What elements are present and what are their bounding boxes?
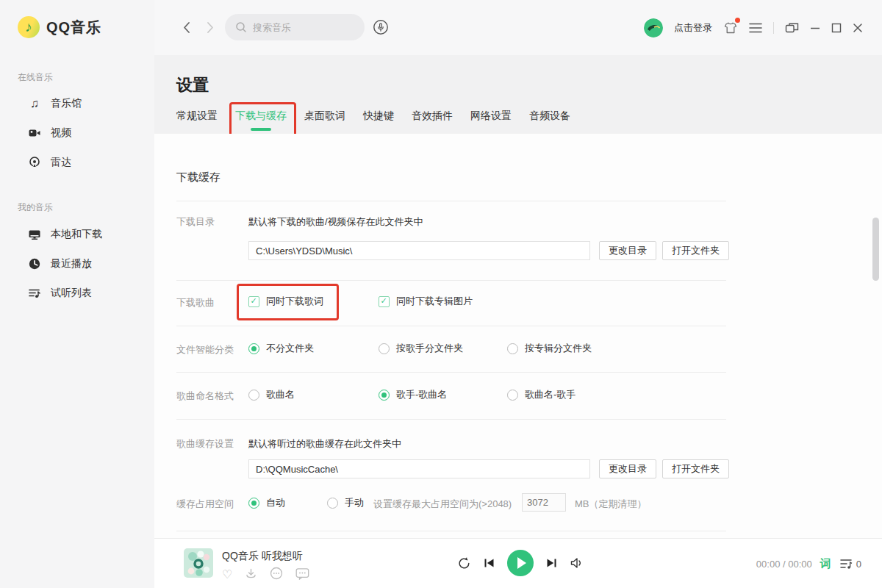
mini-player-icon[interactable]: [785, 22, 799, 34]
lyrics-toggle[interactable]: 词: [820, 557, 831, 571]
comment-icon[interactable]: [295, 567, 309, 582]
cache-dir-input-row: 更改目录 打开文件夹: [154, 459, 882, 478]
radio-no-folder[interactable]: 不分文件夹: [248, 342, 314, 355]
song-recognition-icon[interactable]: [372, 18, 390, 38]
tab-download-cache[interactable]: 下载与缓存: [235, 110, 287, 123]
checkbox-icon[interactable]: [248, 296, 259, 307]
row-label: 文件智能分类: [176, 343, 234, 356]
radio-song-name[interactable]: 歌曲名: [248, 388, 295, 401]
radio-by-album[interactable]: 按专辑分文件夹: [507, 342, 592, 355]
previous-track-icon[interactable]: [483, 557, 495, 569]
cache-dir-desc: 默认将听过的歌曲缓存在此文件夹中: [248, 437, 401, 451]
forward-arrow-icon[interactable]: [206, 21, 215, 36]
active-tab-underline: [251, 128, 271, 131]
sidebar-item-recent-played[interactable]: 最近播放: [0, 249, 154, 279]
radio-artist-song[interactable]: 歌手-歌曲名: [379, 388, 447, 401]
sidebar-item-listen-list[interactable]: 试听列表: [0, 279, 154, 308]
cache-max-input[interactable]: [522, 493, 566, 512]
loop-mode-icon[interactable]: [457, 556, 471, 570]
radio-auto[interactable]: 自动: [248, 496, 285, 509]
play-icon: [517, 557, 526, 569]
radio-icon[interactable]: [248, 498, 259, 509]
download-dir-row: 下载目录 默认将下载的歌曲/视频保存在此文件夹中: [154, 214, 882, 229]
search-input[interactable]: [253, 22, 348, 33]
change-dir-button[interactable]: 更改目录: [599, 241, 656, 260]
cache-space-hint: 设置缓存最大占用空间为(>2048): [373, 498, 512, 511]
music-note-icon: ♫: [28, 97, 41, 110]
login-button[interactable]: 点击登录: [674, 21, 712, 35]
row-label: 歌曲命名格式: [176, 390, 234, 403]
notification-dot: [735, 18, 740, 23]
track-title[interactable]: QQ音乐 听我想听: [222, 550, 303, 563]
radio-icon[interactable]: [507, 390, 518, 401]
next-track-icon[interactable]: [545, 557, 558, 569]
tab-audio-plugins[interactable]: 音效插件: [412, 110, 453, 123]
video-camera-icon: [28, 126, 41, 140]
avatar[interactable]: [644, 18, 663, 37]
back-arrow-icon[interactable]: [182, 21, 191, 36]
volume-icon[interactable]: [570, 556, 584, 570]
cache-dir-input[interactable]: [248, 459, 590, 478]
checkbox-icon[interactable]: [379, 296, 390, 307]
app-logo[interactable]: ♪ QQ音乐: [18, 16, 101, 38]
tab-desktop-lyrics[interactable]: 桌面歌词: [304, 110, 345, 123]
tab-network[interactable]: 网络设置: [470, 110, 512, 123]
scrollbar-thumb[interactable]: [872, 218, 879, 281]
naming-format-row: 歌曲命名格式 歌曲名 歌手-歌曲名 歌曲名-歌手: [154, 388, 882, 403]
sidebar-item-video[interactable]: 视频: [0, 118, 154, 148]
close-icon[interactable]: [853, 23, 863, 33]
play-button[interactable]: [507, 550, 534, 576]
radar-icon: [28, 156, 41, 169]
open-folder-button[interactable]: 打开文件夹: [662, 459, 729, 478]
more-options-icon[interactable]: [270, 567, 283, 582]
player-bar: QQ音乐 听我想听 ♡ 00:00 / 00:00 词 0: [154, 538, 882, 588]
smart-classify-row: 文件智能分类 不分文件夹 按歌手分文件夹 按专辑分文件夹: [154, 342, 882, 356]
play-queue-icon: [839, 558, 853, 570]
radio-by-artist[interactable]: 按歌手分文件夹: [379, 342, 463, 355]
time-display: 00:00 / 00:00: [756, 559, 812, 570]
play-queue-button[interactable]: 0: [839, 558, 861, 570]
maximize-icon[interactable]: [831, 23, 842, 33]
radio-icon[interactable]: [248, 390, 259, 401]
radio-icon[interactable]: [379, 343, 390, 354]
checkbox-download-album-art[interactable]: 同时下载专辑图片: [379, 295, 473, 308]
row-label: 下载歌曲: [176, 296, 215, 309]
like-heart-icon[interactable]: ♡: [222, 569, 232, 581]
divider: [176, 372, 726, 373]
minimize-icon[interactable]: [810, 23, 820, 33]
row-label: 歌曲缓存设置: [176, 437, 234, 451]
change-dir-button[interactable]: 更改目录: [599, 459, 656, 478]
search-icon: [235, 21, 247, 33]
radio-icon[interactable]: [507, 343, 518, 354]
tab-general[interactable]: 常规设置: [176, 110, 218, 123]
tab-hotkeys[interactable]: 快捷键: [363, 110, 394, 123]
download-dir-input[interactable]: [248, 241, 590, 260]
radio-icon[interactable]: [248, 343, 259, 354]
open-folder-button[interactable]: 打开文件夹: [662, 241, 729, 260]
cache-space-row: 缓存占用空间 自动 手动 设置缓存最大占用空间为(>2048) MB（定期清理）: [154, 496, 882, 511]
divider: [176, 326, 726, 326]
download-song-row: 下载歌曲 同时下载歌词 同时下载专辑图片: [154, 295, 882, 309]
download-track-icon[interactable]: [245, 567, 257, 582]
radio-manual[interactable]: 手动: [327, 496, 364, 509]
settings-tabs: 常规设置 下载与缓存 桌面歌词 快捷键 音效插件 网络设置 音频设备: [176, 110, 570, 123]
row-label: 缓存占用空间: [176, 498, 234, 511]
radio-icon[interactable]: [379, 390, 390, 401]
sidebar-item-radar[interactable]: 试听列表 雷达: [0, 148, 154, 177]
checkbox-download-lyrics[interactable]: 同时下载歌词: [248, 295, 323, 308]
skin-theme-icon[interactable]: [723, 21, 738, 35]
titlebar-divider: [773, 22, 774, 34]
sidebar-item-local-downloads[interactable]: 本地和下载: [0, 220, 154, 249]
main-menu-icon[interactable]: [749, 23, 762, 33]
tab-audio-devices[interactable]: 音频设备: [529, 110, 570, 123]
sidebar-item-music-hall[interactable]: ♫ 音乐馆: [0, 89, 154, 118]
divider: [176, 419, 726, 420]
radio-song-artist[interactable]: 歌曲名-歌手: [507, 388, 576, 401]
cache-unit-note: MB（定期清理）: [575, 498, 647, 511]
search-box[interactable]: [225, 14, 365, 40]
monitor-icon: [28, 228, 41, 241]
album-art[interactable]: [184, 548, 213, 578]
playlist-icon: [28, 287, 41, 300]
radio-icon[interactable]: [327, 498, 338, 509]
clock-icon: [28, 257, 41, 270]
